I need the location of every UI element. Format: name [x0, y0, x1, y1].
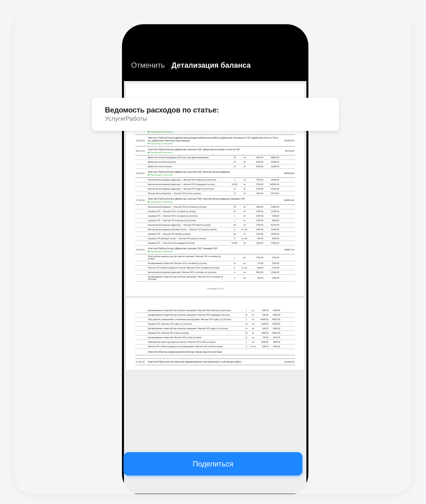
detail-row: Зашивка ГКЛ — Монтаж ГКЛ в гостевом с/у … — [135, 214, 295, 218]
detail-sum: 48600.00 — [264, 155, 280, 160]
detail-unit: м² — [240, 182, 249, 187]
detail-price: 2700.00 — [249, 254, 264, 261]
detail-price: 1620.00 — [249, 164, 264, 169]
section-row: 27.06.24Этап №3 Работы/Услуги (Монтаж ке… — [135, 359, 295, 365]
detail-row: Монтаж металлокаркаса — Монтаж ГКЛ в гос… — [135, 205, 295, 209]
page-number: Страница 8 из 13 — [135, 281, 295, 291]
detail-row: Высверливание отверстий под точечное осв… — [135, 308, 295, 313]
detail-sum: 2700.00 — [264, 266, 280, 270]
detail-name: Зашивка ГКЛ / Монтаж ГКЛ (стена на кухне… — [147, 331, 244, 335]
detail-name: Высверливание отверстий под точечное осв… — [147, 326, 244, 331]
detail-unit: м² — [240, 205, 249, 209]
detail-sum: 14040.00 — [270, 331, 281, 335]
detail-name: Зашивка ГКЛ — Монтаж ГКЛ (короб на кухне… — [147, 232, 229, 236]
detail-row: Монтаж металлокаркаса (боковые части) — … — [135, 227, 295, 232]
detail-qty: 13 — [244, 322, 249, 326]
confirmed-badge: Подтверждено заказчиком — [148, 174, 279, 176]
section-date: 27.02.24 — [135, 196, 147, 205]
phone-frame: Отменить Детализация баланса Дата Наимен… — [122, 24, 308, 494]
share-button[interactable]: Поделиться — [124, 452, 302, 475]
detail-unit: шт. — [240, 254, 249, 261]
confirmed-text: Подтверждено заказчиком — [150, 174, 173, 176]
detail-qty: 16 — [229, 232, 240, 236]
detail-sum: 27000.00 — [264, 209, 280, 214]
section-date — [135, 349, 147, 355]
detail-unit: м² — [249, 331, 258, 335]
report-table-2: Высверливание отверстий под точечное осв… — [135, 308, 295, 365]
detail-name: Обустройство каркаса под люк скрытого мо… — [147, 254, 229, 261]
section-row: 09.11.23Этап №2 Работы/Услуги (Демонтаж,… — [135, 146, 295, 155]
detail-row: Зашивка ГКЛ / Монтаж ГКЛ (стена на кухне… — [135, 331, 295, 335]
section-name: Этап №2 Работы/Услуги (Демонтаж, монтаж … — [148, 148, 279, 151]
detail-sum: 14158.00 — [264, 178, 280, 182]
detail-price: 540.00 — [258, 313, 270, 317]
detail-unit: шт. — [249, 340, 258, 344]
document-viewport[interactable]: Дата Наименование Кол-во Ед. изм Цена за… — [124, 81, 306, 494]
detail-qty: 2 — [244, 308, 249, 313]
detail-name: Демонтаж стены на кухне — [147, 164, 229, 169]
detail-price: 1620.00 — [249, 160, 264, 164]
detail-qty: 13 — [244, 331, 249, 335]
section-row: 16.02.24Этап №2 Работы/Услуги (Демонтаж,… — [135, 169, 295, 178]
nav-bar: Отменить Детализация баланса — [122, 24, 308, 79]
detail-unit: шт. — [249, 317, 258, 322]
section-row: 27.02.24Этап №2 Работы/Услуги (Демонтаж,… — [135, 196, 295, 205]
detail-sum: 6480.00 — [270, 313, 281, 317]
detail-price: 1080.00 — [258, 331, 270, 335]
outer-frame: Отменить Детализация баланса Дата Наимен… — [14, 12, 412, 494]
page-title: Детализация баланса — [171, 61, 251, 69]
detail-price: 1440.00 — [249, 205, 264, 209]
confirmed-text: Подтверждено заказчиком — [150, 131, 173, 133]
detail-unit: м² — [240, 270, 249, 274]
detail-name: Зашивка ГКЛ (боковые части) — Монтаж ГКЛ… — [147, 236, 229, 241]
detail-sum: 7200.00 — [264, 214, 280, 218]
confirmed-text: Подтверждено заказчиком — [150, 151, 173, 153]
section-name: Этап №3 Работы/Услуги (Монтаж керамогран… — [148, 360, 280, 363]
detail-row: Зашивка ГКЛ — Монтаж ГКЛ в гостевом с/у … — [135, 209, 295, 214]
section-date: 16.02.24 — [135, 169, 147, 178]
detail-unit: м² — [240, 232, 249, 236]
detail-price: 7079.00 — [249, 178, 264, 182]
detail-qty: 30 — [229, 155, 240, 160]
detail-row: Монтаж ГКЛ в области дверных откосов/про… — [135, 344, 295, 349]
detail-unit: м. пог. — [240, 236, 249, 241]
detail-qty: 2 — [229, 274, 240, 281]
detail-sum: 5400.00 — [264, 218, 280, 223]
detail-sum: 1080.00 — [264, 274, 280, 281]
detail-price: 19485.00 — [258, 317, 270, 322]
report-header-card: Ведомость расходов по статье: Услуги/Раб… — [92, 98, 339, 131]
detail-qty: 4 — [229, 214, 240, 218]
detail-name: Монтаж металлокаркаса — Монтаж ГКЛ в гос… — [147, 205, 229, 209]
detail-qty: 12 — [244, 313, 249, 317]
detail-row: Зашивка ГКЛ — Монтаж ГКЛ (короб на кухне… — [135, 232, 295, 236]
detail-qty: 11 — [244, 335, 249, 340]
detail-price: 540.00 — [249, 274, 264, 281]
detail-unit: м² — [240, 191, 249, 196]
detail-name: Обустройство ниши под скрытый плинтус / … — [147, 340, 244, 344]
detail-unit: м² — [240, 223, 249, 227]
detail-sum: 38970.00 — [270, 317, 281, 322]
section-total — [281, 349, 295, 355]
detail-row: Высверливание отверстий / Монтаж ГКЛ (ст… — [135, 335, 295, 340]
detail-price: 540.00 — [258, 326, 270, 331]
detail-name: Зашивка ГКЛ — Монтаж ГКЛ в мастер-с/у (п… — [147, 218, 229, 223]
section-date — [135, 355, 147, 359]
detail-qty: 8 — [244, 344, 249, 349]
detail-sum: 14400.00 — [264, 205, 280, 209]
detail-qty: 10 — [229, 205, 240, 209]
detail-qty: 16 — [229, 223, 240, 227]
detail-qty: 1 — [244, 340, 249, 344]
detail-qty: 25 — [229, 209, 240, 214]
detail-unit: шт. — [249, 335, 258, 340]
detail-row: Монтаж металлокаркаса (двухъяр) — Монтаж… — [135, 182, 295, 187]
section-row — [135, 355, 295, 359]
detail-row: Монтаж металлокаркаса (двухъяр) — Монтаж… — [135, 187, 295, 191]
detail-name: Обустройство примыканий к стеклянным кон… — [147, 317, 244, 322]
detail-price: 2700.00 — [249, 187, 264, 191]
detail-unit: шт. — [249, 326, 258, 331]
check-icon — [148, 201, 149, 203]
section-total — [281, 355, 295, 359]
cancel-button[interactable]: Отменить — [131, 61, 165, 69]
detail-unit: шт. — [240, 274, 249, 281]
detail-name: Высверливание отверстий под точечное осв… — [147, 308, 244, 313]
